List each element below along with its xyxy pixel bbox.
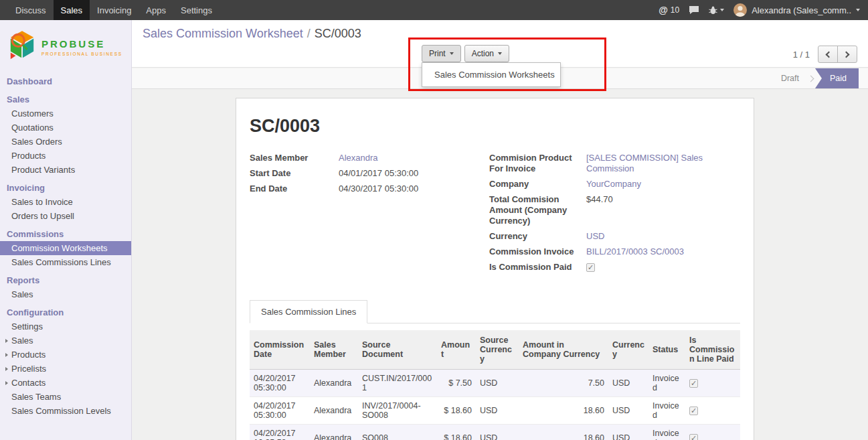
table-row[interactable]: 04/20/2017 10:35:53 Alexandra SO008 $ 18… <box>250 425 740 440</box>
sidebar-item-quotations[interactable]: Quotations <box>0 121 131 135</box>
col-sales-member[interactable]: Sales Member <box>310 330 358 370</box>
cell-amount: $ 7.50 <box>437 370 476 397</box>
status-stage-draft[interactable]: Draft <box>772 68 808 88</box>
field-label: Start Date <box>250 168 339 179</box>
field-label: Sales Member <box>250 153 339 163</box>
field-value-link[interactable]: Alexandra <box>339 153 470 163</box>
debug-menu-button[interactable] <box>709 5 724 15</box>
cell-currency: USD <box>608 370 648 397</box>
tab-sales-commission-lines[interactable]: Sales Commission Lines <box>250 300 367 323</box>
sidebar-item-config-settings[interactable]: Settings <box>0 319 131 334</box>
field-label: Total Commision Amount (Company Currency… <box>489 194 586 226</box>
sidebar-item-sales-orders[interactable]: Sales Orders <box>0 135 131 149</box>
sidebar-item-products[interactable]: Products <box>0 149 131 163</box>
menu-discuss[interactable]: Discuss <box>8 0 54 20</box>
sidebar-item-orders-to-upsell[interactable]: Orders to Upsell <box>0 209 131 223</box>
sidebar-item-sales-commissions-lines[interactable]: Sales Commissions Lines <box>0 255 131 269</box>
status-stage-paid[interactable]: Paid <box>815 68 859 88</box>
caret-down-icon <box>720 9 724 11</box>
sidebar-heading-commissions[interactable]: Commissions <box>0 227 131 241</box>
expand-arrow-icon <box>5 367 8 371</box>
caret-down-icon <box>856 9 860 11</box>
field-start-date: Start Date 04/01/2017 05:30:00 <box>250 168 470 179</box>
cell-currency: USD <box>608 397 648 425</box>
check-icon: ✓ <box>588 262 594 273</box>
cell-source: CUST.IN/2017/0001 <box>358 370 437 397</box>
sidebar-item-label: Quotations <box>11 123 54 133</box>
menu-settings[interactable]: Settings <box>173 0 220 20</box>
pager-next-button[interactable] <box>837 46 857 63</box>
check-icon: ✓ <box>691 405 697 416</box>
activities-button[interactable]: @ 10 <box>659 5 679 15</box>
field-group-left: Sales Member Alexandra Start Date 04/01/… <box>250 153 470 277</box>
brand-name: PROBUSE <box>41 38 122 50</box>
sidebar-item-label: Sales Commission Levels <box>11 406 111 416</box>
menu-sales[interactable]: Sales <box>54 0 90 20</box>
print-button-label: Print <box>429 49 446 58</box>
col-source-currency[interactable]: Source Currency <box>476 330 519 370</box>
sidebar-item-label: Product Variants <box>11 165 75 175</box>
messages-button[interactable] <box>689 5 699 15</box>
form-sheet: SC/0003 Sales Member Alexandra Start Dat… <box>236 98 754 440</box>
brand-icon <box>8 29 36 65</box>
expand-arrow-icon <box>5 381 8 385</box>
sidebar-heading-invoicing[interactable]: Invoicing <box>0 181 131 195</box>
print-button[interactable]: Print <box>422 45 461 62</box>
notebook-tabs: Sales Commission Lines <box>250 300 740 323</box>
col-currency[interactable]: Currency <box>608 330 648 370</box>
sidebar-heading-dashboard[interactable]: Dashboard <box>0 74 131 88</box>
menu-invoicing[interactable]: Invoicing <box>90 0 139 20</box>
control-panel: Sales Commission Worksheet/SC/0003 Print… <box>132 20 868 68</box>
line-paid-checkbox[interactable]: ✓ <box>689 407 698 415</box>
col-is-commission-line-paid[interactable]: Is Commission Line Paid <box>685 330 740 370</box>
user-menu[interactable]: Alexandra (Sales_comm.. <box>733 3 860 17</box>
col-amount[interactable]: Amount <box>437 330 476 370</box>
sidebar-item-commission-worksheets[interactable]: Commission Worksheets <box>0 241 131 255</box>
sidebar-item-reports-sales[interactable]: Sales <box>0 287 131 301</box>
sidebar-item-config-products[interactable]: Products <box>0 348 131 362</box>
dropdown-item-sales-commission-worksheets[interactable]: Sales Commission Worksheets <box>422 66 560 84</box>
sidebar-item-config-sales[interactable]: Sales <box>0 334 131 348</box>
breadcrumb-parent-link[interactable]: Sales Commission Worksheet <box>143 27 303 40</box>
col-source-document[interactable]: Source Document <box>358 330 437 370</box>
cell-member: Alexandra <box>310 397 358 425</box>
field-value-link[interactable]: YourCompany <box>586 179 740 190</box>
caret-down-icon <box>498 52 502 55</box>
field-value-link[interactable]: USD <box>586 231 740 242</box>
field-value-link[interactable]: BILL/2017/0003 SC/0003 <box>586 246 740 257</box>
sidebar-item-sales-commission-levels[interactable]: Sales Commission Levels <box>0 404 131 418</box>
sidebar-item-product-variants[interactable]: Product Variants <box>0 163 131 177</box>
sidebar-item-label: Orders to Upsell <box>11 211 74 221</box>
sidebar-item-config-contacts[interactable]: Contacts <box>0 376 131 390</box>
sidebar-heading-configuration[interactable]: Configuration <box>0 305 131 319</box>
col-status[interactable]: Status <box>648 330 685 370</box>
col-commission-date[interactable]: Commission Date <box>250 330 310 370</box>
sidebar-heading-sales[interactable]: Sales <box>0 92 131 106</box>
sidebar-item-label: Commission Worksheets <box>11 243 108 253</box>
systray: @ 10 Alexandra (Sales_comm.. <box>659 0 868 20</box>
table-row[interactable]: 04/20/2017 05:30:00 Alexandra CUST.IN/20… <box>250 370 740 397</box>
sidebar-item-sales-teams[interactable]: Sales Teams <box>0 390 131 404</box>
field-label: Commision Product For Invoice <box>489 153 586 174</box>
sidebar-item-customers[interactable]: Customers <box>0 106 131 121</box>
action-button[interactable]: Action <box>464 45 509 62</box>
line-paid-checkbox[interactable]: ✓ <box>689 434 698 440</box>
caret-down-icon <box>450 52 454 55</box>
sidebar-item-sales-to-invoice[interactable]: Sales to Invoice <box>0 195 131 209</box>
line-paid-checkbox[interactable]: ✓ <box>689 379 698 388</box>
bug-icon <box>709 5 717 15</box>
cell-source: INV/2017/0004-SO008 <box>358 397 437 425</box>
table-row[interactable]: 04/20/2017 05:30:00 Alexandra INV/2017/0… <box>250 397 740 425</box>
col-amount-company-currency[interactable]: Amount in Company Currency <box>519 330 608 370</box>
is-commission-paid-checkbox[interactable]: ✓ <box>586 263 595 272</box>
brand-logo[interactable]: PROBUSE PROFESSIONAL BUSINESS <box>0 20 131 70</box>
sidebar-heading-reports[interactable]: Reports <box>0 273 131 287</box>
pager-value: 1 / 1 <box>793 50 810 60</box>
sidebar-item-label: Sales <box>11 336 33 346</box>
pager-previous-button[interactable] <box>818 46 838 63</box>
sidebar-item-config-pricelists[interactable]: Pricelists <box>0 362 131 376</box>
menu-apps[interactable]: Apps <box>139 0 173 20</box>
cell-line-paid: ✓ <box>685 397 740 425</box>
pager: 1 / 1 <box>793 46 857 63</box>
field-value-link[interactable]: [SALES COMMISSION] Sales Commission <box>586 153 740 174</box>
